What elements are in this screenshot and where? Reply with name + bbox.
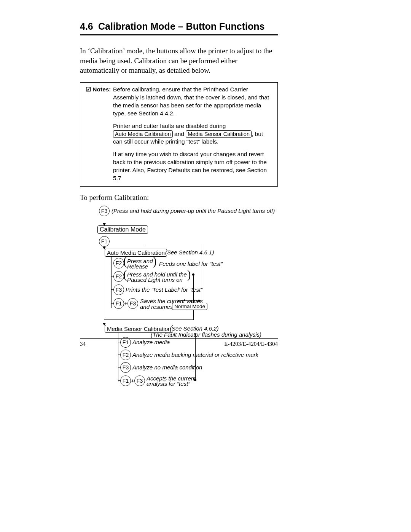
brace-icon: ( <box>123 268 127 281</box>
button-f3-accept: F3 <box>134 375 145 386</box>
f2-pr-b: Release <box>127 264 148 270</box>
button-f3-print: F3 <box>113 284 124 295</box>
button-f1: F1 <box>99 236 110 247</box>
accept-b: analysis for “test” <box>147 381 190 387</box>
plus-icon: + <box>131 378 134 384</box>
calibration-mode-box: Calibration Mode <box>97 225 148 234</box>
page-number: 34 <box>80 341 86 347</box>
line <box>104 320 194 320</box>
button-f2-analyze: F2 <box>120 350 131 360</box>
line <box>201 244 201 301</box>
line <box>111 257 112 308</box>
plus-icon: + <box>124 300 127 307</box>
msc-note: (The Fault Indicator flashes during anal… <box>151 332 261 338</box>
button-f2-press-hold: F2 <box>113 271 124 282</box>
notes-p3: If at any time you wish to discard your … <box>113 150 272 182</box>
analyze-none: Analyze no media condition <box>132 364 202 371</box>
section-heading: 4.6Calibration Mode – Button Functions <box>80 21 278 35</box>
notes-label: ☑ Notes: <box>86 86 113 94</box>
button-f1-save: F1 <box>113 298 124 309</box>
media-sensor-calibration-chip: Media Sensor Calibration <box>186 130 252 138</box>
line <box>104 320 104 325</box>
line <box>178 300 201 301</box>
f3-top-note: (Press and hold during power-up until th… <box>112 208 275 214</box>
notes-p1: Before calibrating, ensure that the Prin… <box>113 86 272 118</box>
notes-p2: Printer and cutter faults are disabled d… <box>113 122 272 146</box>
button-f2-press-release: F2 <box>113 258 124 268</box>
notes-box: ☑ Notes: Before calibrating, ensure that… <box>80 82 278 187</box>
auto-ref: (See Section 4.6.1) <box>165 249 214 256</box>
button-f1-accept: F1 <box>120 375 131 386</box>
f2-hold-b: Paused Light turns on <box>127 277 183 283</box>
calibration-flowchart: F3 (Press and hold during power-up until… <box>80 206 278 388</box>
intro-paragraph: In ‘Calibration’ mode, the buttons allow… <box>80 46 278 75</box>
button-f3-save: F3 <box>127 298 138 309</box>
notes-p2a: Printer and cutter faults are disabled d… <box>113 123 226 129</box>
auto-media-calibration-box: Auto Media Calibration <box>105 249 167 257</box>
doc-model: E-4203/E-4204/E-4304 <box>224 341 278 347</box>
line <box>170 333 196 333</box>
auto-media-calibration-chip: Auto Media Calibration <box>113 130 173 138</box>
button-f3-analyze: F3 <box>120 362 131 373</box>
save-b: and resumes <box>140 304 173 310</box>
brace-icon: ) <box>153 254 156 268</box>
line <box>145 244 201 244</box>
brace-icon: ) <box>187 268 191 281</box>
page-footer: 34 E-4203/E-4204/E-4304 <box>80 338 278 347</box>
f2-pr-note: Feeds one label for “test” <box>159 261 223 267</box>
line <box>104 246 104 249</box>
brace-icon: ( <box>123 254 127 268</box>
line <box>104 216 104 225</box>
section-number: 4.6 <box>80 21 98 32</box>
f3-print-note: Prints the ‘Test Label’ for “test” <box>126 287 202 293</box>
normal-mode-box: Normal Mode <box>172 303 207 310</box>
notes-p2b: and <box>173 131 186 137</box>
section-title: Calibration Mode – Button Functions <box>98 21 264 32</box>
button-f3-top: F3 <box>99 206 110 216</box>
lead-line: To perform Calibration: <box>80 193 278 202</box>
